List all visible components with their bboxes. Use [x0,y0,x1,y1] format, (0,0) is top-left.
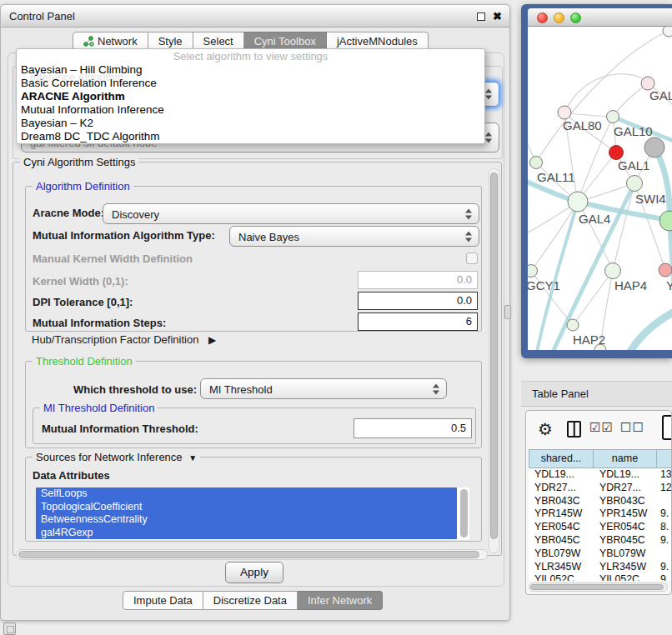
control-panel-title: Control Panel [9,10,75,22]
table-row[interactable]: YDR27...YDR27...12 [529,482,672,495]
corner-grip-icon[interactable] [3,622,16,635]
network-icon [83,36,94,47]
sources-title[interactable]: Sources for Network Inference ▼ [33,451,200,463]
scrollbar-thumb[interactable] [490,172,498,539]
mi-steps-field[interactable]: 6 [358,312,478,331]
network-window-titlebar[interactable] [528,8,672,27]
bottom-tabbar: Impute Data Discretize Data Infer Networ… [123,591,383,610]
expand-right-icon: ▶ [208,334,216,346]
algorithm-option[interactable]: Mutual Information Inference [17,103,484,117]
algorithm-definition-title: Algorithm Definition [33,180,133,192]
node-gal80[interactable] [558,106,571,119]
which-threshold-combo[interactable]: MI Threshold [200,378,447,399]
algorithm-option[interactable]: Dream8 DC_TDC Algorithm [17,130,484,143]
scrollbar-thumb[interactable] [18,551,479,558]
table-row[interactable]: YBL079WYBL079W [529,548,672,561]
which-threshold-label: Which threshold to use: [73,383,197,396]
table-row[interactable]: YDL19...YDL19...13 [529,468,672,482]
list-scrollbar[interactable] [460,489,468,538]
node-bright-green[interactable] [659,211,672,231]
manual-kernel-label: Manual Kernel Width Definition [33,252,193,265]
table-panel-titlebar[interactable]: Table Panel [521,381,672,407]
node-label: GAL80 [563,118,602,132]
table-row[interactable]: YER054CYER054C8. [529,521,672,534]
node-label: SWI4 [635,192,666,206]
node-gal10[interactable] [607,111,619,123]
network-view-window: GAL GAL80 GAL10 GAL1 GAL11 SWI4 GAL4 GCY… [521,4,672,358]
apply-button[interactable]: Apply [225,562,283,583]
float-window-icon[interactable] [477,12,485,21]
table-horizontal-scrollbar[interactable] [529,582,668,592]
control-panel-window: Control Panel ✖ Network Style Select Cyn… [0,4,510,621]
deselect-all-icon[interactable]: ☐☐ [620,420,644,435]
node-hap4[interactable] [605,263,621,279]
node-gcy1[interactable] [528,265,538,278]
node-red-selected[interactable] [609,146,624,160]
network-canvas[interactable]: GAL GAL80 GAL10 GAL1 GAL11 SWI4 GAL4 GCY… [528,27,672,350]
table-row[interactable]: YBR043CYBR043C [529,495,672,508]
settings-vertical-scrollbar[interactable] [489,168,499,553]
cyni-algorithm-settings-group: Cyni Algorithm Settings Algorithm Defini… [13,162,502,556]
mi-threshold-field[interactable]: 0.5 [354,418,472,438]
threshold-definition-title: Threshold Definition [33,355,136,368]
node-hap2[interactable] [567,319,579,331]
table-row[interactable]: YLR345WYLR345W9. [529,561,672,574]
columns-icon[interactable] [567,421,581,438]
node-label: GAL1 [618,158,649,172]
tab-impute-data[interactable]: Impute Data [123,591,203,610]
mac-close-icon[interactable] [537,12,548,23]
aracne-mode-label: Aracne Mode: [33,207,104,219]
node-gal4[interactable] [568,192,588,212]
combo-arrows-icon [485,132,493,143]
node-y[interactable] [659,263,672,277]
node-gal11[interactable] [530,157,543,169]
table-row[interactable]: YBR045CYBR045C9. [529,534,672,548]
hub-definition-expander[interactable]: Hub/Transcription Factor Definition ▶ [32,333,216,346]
dpi-tolerance-field[interactable]: 0.0 [358,292,478,310]
tab-discretize-data[interactable]: Discretize Data [203,591,298,610]
column-header-name[interactable]: name [594,449,657,468]
gear-icon[interactable]: ⚙ [538,418,553,441]
panel-divider-handle[interactable] [504,305,511,319]
mac-zoom-icon[interactable] [570,12,581,23]
node-label: GAL [649,88,672,102]
algorithm-option[interactable]: Basic Correlation Inference [17,77,484,90]
kernel-width-label: Kernel Width (0,1): [33,275,128,288]
scrollbar-thumb[interactable] [530,584,664,590]
collapse-down-icon: ▼ [188,453,197,462]
control-panel-titlebar[interactable]: Control Panel ✖ [1,5,509,28]
tab-infer-network[interactable]: Infer Network [298,591,383,610]
attribute-item-selected[interactable]: SelfLoops [36,488,457,501]
aracne-mode-combo[interactable]: Discovery [103,203,479,224]
node[interactable] [663,27,672,37]
close-icon[interactable]: ✖ [493,12,502,21]
manual-kernel-checkbox[interactable] [466,252,478,264]
column-header-partial[interactable] [657,449,672,468]
popup-placeholder: Select algorithm to view settings [17,49,484,63]
settings-horizontal-scrollbar[interactable] [16,549,488,560]
algorithm-option-selected[interactable]: ARACNE Algorithm [17,90,484,103]
data-attributes-label: Data Attributes [33,469,110,482]
mac-minimize-icon[interactable] [554,12,564,23]
kernel-width-field[interactable]: 0.0 [358,271,478,289]
sources-group: Sources for Network Inference ▼ Data Att… [25,457,482,542]
node-label: HAP4 [614,278,647,292]
node-gal1[interactable] [627,176,643,192]
attribute-item-selected[interactable]: gal4RGexp [36,527,457,540]
node-gray[interactable] [644,138,664,158]
export-table-icon[interactable] [662,415,672,440]
table-row[interactable]: YIL052CYIL052C9 [529,573,672,581]
select-all-icon[interactable]: ☑☑ [589,420,614,435]
node-label: GAL4 [579,212,610,226]
attribute-item-selected[interactable]: BetweennessCentrality [36,513,457,527]
node-label: Y [666,278,672,292]
algorithm-option[interactable]: Bayesian – K2 [17,117,484,130]
algorithm-dropdown-popup: Inference Algorithm Select algorithm to … [16,48,485,144]
node-label: HAP2 [573,332,605,347]
column-header-shared-name[interactable]: shared... [529,449,594,468]
attribute-item-selected[interactable]: TopologicalCoefficient [36,501,457,514]
table-body: YDL19...YDL19...13 YDR27...YDR27...12 YB… [529,468,672,581]
algorithm-option[interactable]: Bayesian – Hill Climbing [17,63,484,77]
table-row[interactable]: YPR145WYPR145W9. [529,508,672,521]
mi-type-combo[interactable]: Naive Bayes [229,226,479,247]
